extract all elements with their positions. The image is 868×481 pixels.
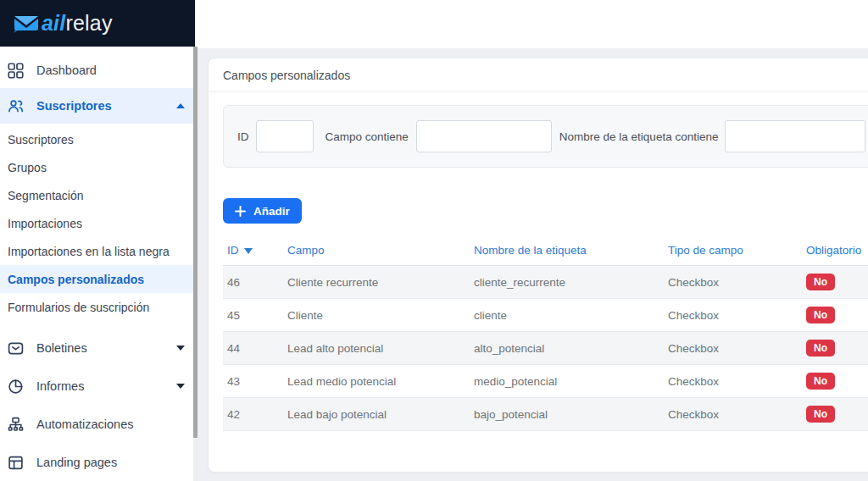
- status-badge: No: [806, 274, 835, 290]
- table-row[interactable]: 44 Lead alto potencial alto_potencial Ch…: [223, 332, 868, 365]
- cell-tipo: Checkbox: [664, 332, 802, 365]
- sidebar-subitem-importaciones[interactable]: Importaciones: [0, 209, 195, 237]
- status-badge: No: [806, 373, 835, 390]
- suscriptores-submenu: Suscriptores Grupos Segmentación Importa…: [0, 124, 195, 326]
- sidebar-subitem-campos-personalizados[interactable]: Campos personalizados: [0, 265, 195, 293]
- sidebar-item-suscriptores[interactable]: Suscriptores: [0, 88, 195, 124]
- sidebar-item-label: Landing pages: [36, 456, 185, 469]
- sort-desc-icon: [244, 248, 253, 254]
- column-header-label: Tipo de campo: [668, 244, 743, 257]
- newsletter-icon: [8, 340, 24, 357]
- cell-campo: Lead bajo potencial: [283, 398, 470, 431]
- subitem-label: Suscriptores: [8, 133, 74, 147]
- sidebar-item-dashboard[interactable]: Dashboard: [0, 53, 195, 88]
- etiqueta-filter-label: Nombre de la etiqueta contiene: [559, 130, 719, 143]
- grid-icon: [8, 63, 24, 79]
- column-header-label: Campo: [287, 244, 325, 257]
- sidebar-item-automatizaciones[interactable]: Automatizaciones: [0, 406, 195, 442]
- cell-campo: Lead alto potencial: [283, 332, 470, 365]
- column-header-label: ID: [227, 244, 239, 257]
- subitem-label: Grupos: [8, 161, 47, 174]
- campos-personalizados-card: Campos personalizados ID Campo contiene …: [208, 58, 868, 473]
- add-field-button[interactable]: Añadir: [223, 198, 302, 224]
- sidebar-subitem-importaciones-lista-negra[interactable]: Importaciones en la lista negra: [0, 237, 195, 265]
- column-header-label: Obligatorio: [806, 244, 861, 257]
- page-title: Campos personalizados: [223, 69, 350, 82]
- subitem-label: Importaciones en la lista negra: [8, 245, 170, 258]
- chevron-down-icon: [176, 384, 185, 389]
- sidebar-scrollbar[interactable]: [193, 47, 198, 481]
- campo-filter-input[interactable]: [416, 120, 552, 152]
- sidebar-item-boletines[interactable]: Boletines: [0, 330, 195, 366]
- sidebar-scrollbar-thumb[interactable]: [193, 47, 198, 438]
- main-area: Campos personalizados ID Campo contiene …: [198, 0, 868, 481]
- chevron-up-icon: [176, 103, 185, 108]
- id-filter-label: ID: [237, 130, 249, 143]
- cell-tipo: Checkbox: [664, 398, 802, 431]
- column-header-obligatorio[interactable]: Obligatorio: [802, 240, 868, 266]
- cell-etiqueta: bajo_potencial: [470, 398, 664, 431]
- table-row[interactable]: 46 Cliente recurrente cliente_recurrente…: [223, 266, 868, 299]
- cell-campo: Cliente recurrente: [283, 266, 470, 299]
- cell-id: 43: [223, 365, 283, 398]
- sidebar-subitem-suscriptores[interactable]: Suscriptores: [0, 125, 195, 153]
- column-header-etiqueta[interactable]: Nombre de la etiqueta: [470, 240, 664, 266]
- sidebar-item-informes[interactable]: Informes: [0, 368, 195, 404]
- sidebar-item-label: Automatizaciones: [36, 417, 185, 431]
- sidebar-item-label: Suscriptores: [36, 99, 176, 113]
- campo-filter-label: Campo contiene: [326, 130, 409, 143]
- cell-id: 45: [223, 299, 283, 332]
- cell-campo: Cliente: [283, 299, 470, 332]
- column-header-label: Nombre de la etiqueta: [474, 244, 587, 257]
- layout-icon: [8, 455, 24, 471]
- sidebar-item-label: Informes: [36, 379, 176, 393]
- cell-tipo: Checkbox: [664, 299, 802, 332]
- cell-tipo: Checkbox: [664, 266, 802, 299]
- table-row[interactable]: 42 Lead bajo potencial bajo_potencial Ch…: [223, 398, 868, 431]
- cell-id: 42: [223, 398, 283, 431]
- column-header-campo[interactable]: Campo: [283, 240, 470, 266]
- status-badge: No: [806, 307, 835, 323]
- cell-etiqueta: alto_potencial: [470, 332, 664, 365]
- id-filter-input[interactable]: [256, 120, 314, 152]
- cell-campo: Lead medio potencial: [283, 365, 470, 398]
- status-badge: No: [806, 340, 835, 357]
- cell-id: 44: [223, 332, 283, 365]
- card-header: Campos personalizados: [209, 58, 868, 92]
- subitem-label: Formularios de suscripción: [8, 301, 149, 314]
- table-row[interactable]: 45 Cliente cliente Checkbox No: [223, 299, 868, 332]
- cell-etiqueta: cliente: [470, 299, 664, 332]
- sidebar-item-landing-pages[interactable]: Landing pages: [0, 445, 195, 480]
- cell-tipo: Checkbox: [664, 365, 802, 398]
- subitem-label: Campos personalizados: [8, 273, 144, 286]
- cell-etiqueta: medio_potencial: [470, 365, 664, 398]
- sidebar-subitem-formularios[interactable]: Formularios de suscripción: [0, 293, 195, 321]
- plus-icon: [235, 206, 246, 217]
- sidebar-item-label: Dashboard: [36, 64, 185, 77]
- sidebar-subitem-grupos[interactable]: Grupos: [0, 153, 195, 181]
- custom-fields-table: ID Campo Nombre de la etiqueta Tipo de c…: [223, 240, 868, 431]
- mailrelay-logo-icon: [11, 12, 40, 35]
- subitem-label: Segmentación: [8, 189, 84, 202]
- sidebar-nav: Dashboard Suscriptores Suscriptores Grup…: [0, 47, 195, 480]
- etiqueta-filter-input[interactable]: [725, 120, 865, 152]
- table-header-row: ID Campo Nombre de la etiqueta Tipo de c…: [223, 240, 868, 266]
- add-button-label: Añadir: [253, 205, 290, 218]
- logo[interactable]: ailrelay: [0, 0, 195, 47]
- users-icon: [8, 98, 24, 114]
- column-header-tipo[interactable]: Tipo de campo: [664, 240, 802, 266]
- automation-flow-icon: [8, 417, 24, 433]
- cell-id: 46: [223, 266, 283, 299]
- table-row[interactable]: 43 Lead medio potencial medio_potencial …: [223, 365, 868, 398]
- filter-bar: ID Campo contiene Nombre de la etiqueta …: [223, 105, 868, 168]
- sidebar-item-label: Boletines: [36, 341, 176, 355]
- column-header-id[interactable]: ID: [223, 240, 283, 266]
- subitem-label: Importaciones: [8, 217, 82, 230]
- logo-text: ailrelay: [42, 11, 113, 36]
- cell-etiqueta: cliente_recurrente: [470, 266, 664, 299]
- sidebar-subitem-segmentacion[interactable]: Segmentación: [0, 181, 195, 209]
- pie-chart-icon: [8, 379, 24, 395]
- sidebar: ailrelay Dashboard: [0, 0, 195, 481]
- chevron-down-icon: [176, 346, 185, 351]
- status-badge: No: [806, 406, 835, 423]
